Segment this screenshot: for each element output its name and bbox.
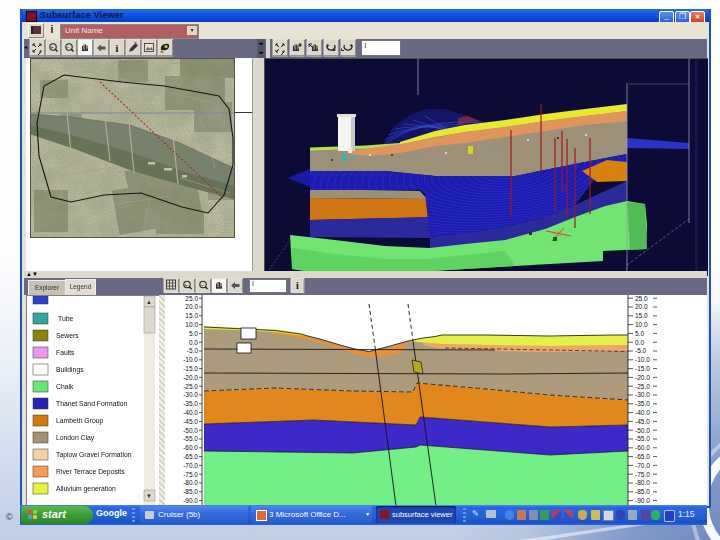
svg-text:-35.0: -35.0 xyxy=(183,400,198,407)
svg-text:15.0: 15.0 xyxy=(185,312,198,319)
svg-text:-85.0: -85.0 xyxy=(635,488,650,495)
svg-text:-75.0: -75.0 xyxy=(183,471,198,478)
svg-text:Buildings: Buildings xyxy=(56,366,84,374)
svg-text:+: + xyxy=(184,282,188,288)
svg-text:-40.0: -40.0 xyxy=(183,409,198,416)
svg-text:-30.0: -30.0 xyxy=(635,391,650,398)
svg-text:-55.0: -55.0 xyxy=(635,435,650,442)
svg-text:Tube: Tube xyxy=(58,315,73,322)
svg-text:-50.0: -50.0 xyxy=(635,427,650,434)
svg-text:25.0: 25.0 xyxy=(185,295,198,302)
svg-text:-50.0: -50.0 xyxy=(183,427,198,434)
svg-text:Lambeth Group: Lambeth Group xyxy=(56,417,103,425)
svg-text:-45.0: -45.0 xyxy=(183,418,198,425)
svg-text:-80.0: -80.0 xyxy=(635,479,650,486)
svg-text:-55.0: -55.0 xyxy=(183,435,198,442)
svg-text:-5.0: -5.0 xyxy=(187,347,199,354)
svg-text:-70.0: -70.0 xyxy=(635,462,650,469)
svg-text:-85.0: -85.0 xyxy=(183,488,198,495)
svg-text:-90.0: -90.0 xyxy=(635,497,650,504)
svg-text:-20.0: -20.0 xyxy=(635,374,650,381)
svg-text:-80.0: -80.0 xyxy=(183,479,198,486)
svg-text:+: + xyxy=(50,44,54,50)
svg-text:London Clay: London Clay xyxy=(56,434,95,442)
svg-text:Thanet Sand Formation: Thanet Sand Formation xyxy=(56,400,128,407)
svg-text:River Terrace Deposits: River Terrace Deposits xyxy=(56,468,125,476)
svg-text:Taplow Gravel Formation: Taplow Gravel Formation xyxy=(56,451,132,459)
svg-text:Sewers: Sewers xyxy=(56,332,79,339)
svg-text:-65.0: -65.0 xyxy=(635,453,650,460)
svg-text:-45.0: -45.0 xyxy=(635,418,650,425)
svg-text:20.0: 20.0 xyxy=(185,303,198,310)
svg-text:▲: ▲ xyxy=(146,299,152,305)
svg-text:-10.0: -10.0 xyxy=(635,356,650,363)
svg-text:-70.0: -70.0 xyxy=(183,462,198,469)
svg-text:-10.0: -10.0 xyxy=(183,356,198,363)
svg-text:0.0: 0.0 xyxy=(635,339,644,346)
svg-text:-5.0: -5.0 xyxy=(635,347,647,354)
svg-text:−: − xyxy=(66,44,70,50)
svg-text:-15.0: -15.0 xyxy=(635,365,650,372)
svg-text:25.0: 25.0 xyxy=(635,295,648,302)
svg-text:-60.0: -60.0 xyxy=(635,444,650,451)
svg-text:-35.0: -35.0 xyxy=(635,400,650,407)
svg-text:-25.0: -25.0 xyxy=(635,383,650,390)
svg-text:-40.0: -40.0 xyxy=(635,409,650,416)
svg-text:Chalk: Chalk xyxy=(56,383,74,390)
svg-text:−: − xyxy=(200,282,204,288)
svg-text:5.0: 5.0 xyxy=(635,330,644,337)
svg-text:0.0: 0.0 xyxy=(189,339,198,346)
svg-text:-75.0: -75.0 xyxy=(635,471,650,478)
svg-text:10.0: 10.0 xyxy=(635,321,648,328)
svg-text:-25.0: -25.0 xyxy=(183,383,198,390)
svg-text:-60.0: -60.0 xyxy=(183,444,198,451)
svg-text:10.0: 10.0 xyxy=(185,321,198,328)
svg-text:▼: ▼ xyxy=(146,493,152,499)
svg-text:Faults: Faults xyxy=(56,349,75,356)
svg-text:-20.0: -20.0 xyxy=(183,374,198,381)
svg-text:i: i xyxy=(296,280,299,291)
svg-text:-90.0: -90.0 xyxy=(183,497,198,504)
svg-text:-65.0: -65.0 xyxy=(183,453,198,460)
svg-text:-30.0: -30.0 xyxy=(183,391,198,398)
svg-text:20.0: 20.0 xyxy=(635,303,648,310)
svg-text:5.0: 5.0 xyxy=(189,330,198,337)
svg-text:15.0: 15.0 xyxy=(635,312,648,319)
svg-text:i: i xyxy=(116,43,119,54)
svg-text:Alluvium generation: Alluvium generation xyxy=(56,485,116,493)
svg-text:-15.0: -15.0 xyxy=(183,365,198,372)
